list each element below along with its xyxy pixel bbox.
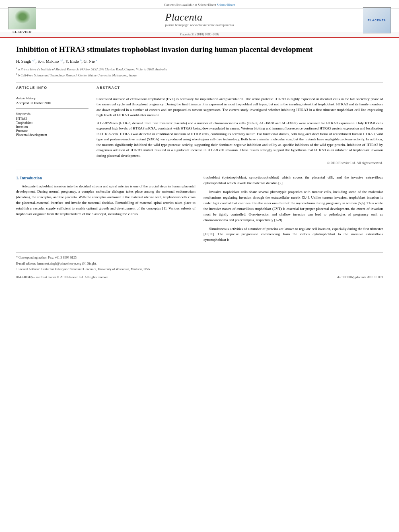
abstract-divider bbox=[97, 93, 383, 93]
journal-name: Placenta bbox=[165, 11, 234, 23]
info-divider2 bbox=[16, 108, 88, 109]
article-history-block: Article history: Accepted 3 October 2010 bbox=[16, 97, 88, 105]
footnote-2: E-mail address: harmneet.singh@princehen… bbox=[16, 261, 383, 266]
affiliations: a a Prince Henry's Institute of Medical … bbox=[16, 66, 383, 78]
abstract-label: ABSTRACT bbox=[97, 86, 383, 90]
article-info-label: ARTICLE INFO bbox=[16, 86, 88, 90]
body-divider bbox=[16, 170, 383, 170]
journal-header: Contents lists available at ScienceDirec… bbox=[0, 0, 399, 38]
article-info-panel: ARTICLE INFO Article history: Accepted 3… bbox=[16, 86, 88, 165]
journal-name-bar: ELSEVIER Placenta journal homepage: www.… bbox=[0, 9, 399, 32]
body-para-right-3: Simultaneous activities of a number of p… bbox=[204, 226, 383, 243]
body-col-left: 1. Introduction Adequate trophoblast inv… bbox=[16, 175, 195, 246]
elsevier-logo-image bbox=[8, 7, 36, 29]
body-para-right-1: trophoblast (cytotrophoblast, syncytiotr… bbox=[204, 175, 383, 186]
journal-homepage: journal homepage: www.elsevier.com/locat… bbox=[165, 23, 234, 29]
sciencedirect-link[interactable]: ScienceDirect bbox=[217, 3, 235, 7]
abstract-text: Controlled invasion of extravillous trop… bbox=[97, 97, 383, 159]
article-info-abstract-row: ARTICLE INFO Article history: Accepted 3… bbox=[16, 86, 383, 165]
homepage-text: journal homepage: www.elsevier.com/locat… bbox=[165, 23, 234, 27]
journal-title-center: Placenta journal homepage: www.elsevier.… bbox=[165, 11, 234, 29]
footer-section: * Corresponding author. Fax: +61 3 9594 … bbox=[16, 253, 383, 279]
affiliation-a: a a Prince Henry's Institute of Medical … bbox=[16, 68, 167, 71]
keyword-3: Invasion bbox=[16, 125, 88, 129]
keyword-5: Placental development bbox=[16, 133, 88, 137]
footnote-1: * Corresponding author. Fax: +61 3 9594 … bbox=[16, 255, 383, 260]
accepted-date: Accepted 3 October 2010 bbox=[16, 101, 88, 105]
abstract-para-1: Controlled invasion of extravillous trop… bbox=[97, 97, 383, 118]
authors-text: H. Singh a,*, S.-i. Makino b,1, Y. Endo … bbox=[16, 59, 97, 64]
contents-available-text: Contents lists available at ScienceDirec… bbox=[164, 3, 216, 7]
keyword-1: HTRA3 bbox=[16, 117, 88, 121]
section1-heading: 1. Introduction bbox=[16, 175, 195, 181]
header-divider bbox=[16, 82, 383, 82]
copyright-text: © 2010 Elsevier Ltd. All rights reserved… bbox=[97, 161, 383, 165]
abstract-para-2: HTR-8/SVneo (HTR-8, derived from first t… bbox=[97, 121, 383, 159]
top-bar: Contents lists available at ScienceDirec… bbox=[0, 2, 399, 9]
body-para-right-2: Invasive trophoblast cells share several… bbox=[204, 189, 383, 223]
body-para-left-1: Adequate trophoblast invasion into the d… bbox=[16, 184, 195, 218]
keywords-label: Keywords: bbox=[16, 112, 88, 115]
authors: H. Singh a,*, S.-i. Makino b,1, Y. Endo … bbox=[16, 59, 383, 64]
keyword-2: Trophoblast bbox=[16, 121, 88, 125]
volume-info: Placenta 31 (2010) 1085–1092 bbox=[0, 32, 399, 37]
article-title: Inhibition of HTRA3 stimulates trophobla… bbox=[16, 45, 383, 55]
footer-bottom: 0143-4004/$ – see front matter © 2010 El… bbox=[16, 275, 383, 279]
main-content: Inhibition of HTRA3 stimulates trophobla… bbox=[0, 38, 399, 287]
body-columns: 1. Introduction Adequate trophoblast inv… bbox=[16, 175, 383, 246]
elsevier-logo: ELSEVIER bbox=[8, 7, 36, 34]
elsevier-text: ELSEVIER bbox=[12, 30, 32, 34]
placenta-logo: PLACENTA bbox=[363, 7, 391, 33]
volume-info-text: Placenta 31 (2010) 1085–1092 bbox=[180, 33, 219, 36]
placenta-logo-text: PLACENTA bbox=[368, 19, 386, 22]
history-label: Article history: bbox=[16, 97, 88, 100]
affiliation-b: b b Cell-Free Science and Technology Res… bbox=[16, 74, 137, 77]
body-col-right: trophoblast (cytotrophoblast, syncytiotr… bbox=[204, 175, 383, 246]
keyword-4: Protease bbox=[16, 129, 88, 133]
keywords-block: Keywords: HTRA3 Trophoblast Invasion Pro… bbox=[16, 112, 88, 137]
footnote-3: 1 Present Address: Center for Eukaryotic… bbox=[16, 267, 383, 271]
doi-text: doi:10.1016/j.placenta.2010.10.003 bbox=[337, 275, 383, 279]
info-divider bbox=[16, 93, 88, 93]
abstract-section: ABSTRACT Controlled invasion of extravil… bbox=[97, 86, 383, 165]
issn-text: 0143-4004/$ – see front matter © 2010 El… bbox=[16, 275, 109, 279]
